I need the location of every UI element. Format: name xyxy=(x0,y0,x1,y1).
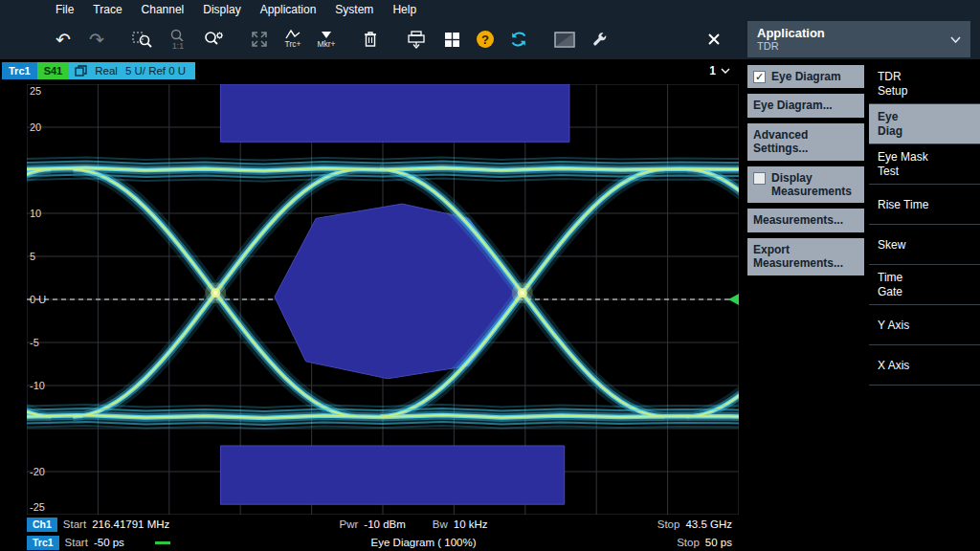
application-selector[interactable]: Application TDR xyxy=(747,21,970,57)
overlay-windows-icon xyxy=(75,65,87,77)
softkey-tdr-setup[interactable]: TDRSetup xyxy=(869,64,980,104)
softkey-label: Eye Mask xyxy=(878,150,971,164)
setup-button[interactable] xyxy=(585,23,615,55)
zoom-reset-button[interactable]: 1:1 xyxy=(163,23,193,55)
checkbox-unchecked-icon[interactable] xyxy=(753,172,766,185)
panel-button-advanced-settings[interactable]: Advanced Settings... xyxy=(747,123,864,161)
screen-icon xyxy=(554,32,575,48)
panel-button-label: Export Measurements... xyxy=(753,243,858,271)
close-button[interactable] xyxy=(700,25,728,54)
softkey-label: Diag xyxy=(878,124,971,138)
panel-button-export-measurements[interactable]: Export Measurements... xyxy=(747,238,864,276)
add-trace-label: Trc+ xyxy=(285,40,301,49)
softkey-label: Skew xyxy=(878,238,971,252)
add-marker-label: Mkr+ xyxy=(317,40,335,49)
redo-button[interactable]: ↷ xyxy=(81,23,112,55)
trace-badge[interactable]: Trc1 xyxy=(2,62,37,79)
vna-application-window: FileTraceChannelDisplayApplicationSystem… xyxy=(0,0,980,551)
menu-trace[interactable]: Trace xyxy=(83,0,131,19)
menu-application[interactable]: Application xyxy=(251,0,326,19)
trace-status-bar: Trc1 Start -50 ps Eye Diagram ( 100%) St… xyxy=(0,534,742,551)
diagram-column: Trc1 S41 Real 5 U/ Ref 0 U 1 25201050 U-… xyxy=(0,59,742,551)
print-button[interactable] xyxy=(399,23,434,55)
fit-scale-button[interactable] xyxy=(244,23,275,55)
menu-channel[interactable]: Channel xyxy=(132,0,194,19)
trash-icon xyxy=(363,31,378,48)
y-axis-tick-label: -10 xyxy=(30,380,45,391)
help-button[interactable]: ? xyxy=(470,23,501,55)
panel-button-label: Advanced Settings... xyxy=(753,128,858,156)
zoom-config-icon xyxy=(202,30,225,49)
y-axis-tick-label: 10 xyxy=(30,208,41,219)
panel-button-column: ✓Eye DiagramEye Diagram...Advanced Setti… xyxy=(747,59,864,551)
y-axis-tick-label: 20 xyxy=(30,121,41,133)
channel-badge[interactable]: Ch1 xyxy=(27,518,57,532)
reference-level-marker[interactable] xyxy=(728,294,739,305)
expand-arrows-icon xyxy=(250,30,269,49)
panel-button-eye-diagram[interactable]: ✓Eye Diagram xyxy=(747,65,864,88)
y-axis-tick-label: -25 xyxy=(30,501,45,513)
panel-button-label: Eye Diagram... xyxy=(753,99,833,112)
zoom-select-button[interactable] xyxy=(125,23,160,55)
y-axis-tick-label: -20 xyxy=(30,466,45,477)
softkey-eye-diag[interactable]: EyeDiag xyxy=(869,104,980,144)
panel-subtitle: TDR xyxy=(757,40,825,53)
eye-mask-bottom xyxy=(220,446,564,504)
y-axis-tick-label: 0 U xyxy=(30,294,46,305)
softkey-rise-time[interactable]: Rise Time xyxy=(869,185,980,225)
delete-button[interactable] xyxy=(355,23,386,55)
menu-help[interactable]: Help xyxy=(383,0,426,19)
panel-button-label: Measurements... xyxy=(753,213,843,227)
trace-waveform-icon xyxy=(285,30,301,39)
softkey-label: Y Axis xyxy=(878,319,971,332)
menu-display[interactable]: Display xyxy=(193,0,250,19)
add-marker-button[interactable]: Mkr+ xyxy=(311,23,342,55)
close-icon xyxy=(707,33,721,46)
menu-file[interactable]: File xyxy=(46,0,83,19)
trc-stop-value: 50 ps xyxy=(705,537,732,548)
trace-properties[interactable]: Real 5 U/ Ref 0 U xyxy=(69,62,195,79)
panel-title: Application xyxy=(757,26,825,40)
printer-icon xyxy=(407,31,426,49)
sync-button[interactable] xyxy=(503,23,534,55)
window-select-dropdown[interactable]: 1 xyxy=(705,62,734,79)
softkey-skew[interactable]: Skew xyxy=(869,225,980,265)
panel-button-eye-diagram[interactable]: Eye Diagram... xyxy=(747,94,864,117)
ch-start-label: Start xyxy=(63,518,86,530)
chevron-down-icon xyxy=(721,68,730,74)
toolbar-row: ↶ ↷ 1:1 Trc+ Mkr+ xyxy=(0,19,980,59)
undo-button[interactable]: ↶ xyxy=(48,23,78,55)
eye-diagram-plot[interactable]: 25201050 U-5-10-20-25 xyxy=(27,84,739,515)
undo-icon: ↶ xyxy=(56,31,71,48)
ch-stop-value: 43.5 GHz xyxy=(685,518,732,530)
windows-button[interactable] xyxy=(436,23,467,55)
channel-status-bar: Ch1 Start 216.41791 MHz Pwr -10 dBm Bw 1… xyxy=(0,515,742,534)
trace-color-indicator xyxy=(155,541,170,544)
checkbox-checked-icon[interactable]: ✓ xyxy=(753,71,766,83)
panel-button-label: Display Measurements xyxy=(771,171,858,199)
ch-pwr-label: Pwr xyxy=(340,518,359,530)
content-row: Trc1 S41 Real 5 U/ Ref 0 U 1 25201050 U-… xyxy=(0,59,980,551)
add-trace-button[interactable]: Trc+ xyxy=(278,23,308,55)
y-axis-tick-label: -5 xyxy=(30,337,39,348)
panel-button-display-measurements[interactable]: Display Measurements xyxy=(747,166,864,204)
display-button[interactable] xyxy=(547,23,582,55)
softkey-column: TDRSetupEyeDiagEye MaskTestRise TimeSkew… xyxy=(869,59,980,551)
diagram-area[interactable]: 25201050 U-5-10-20-25 xyxy=(0,82,742,515)
trc-stop-label: Stop xyxy=(677,537,700,548)
softkey-label: Setup xyxy=(878,84,971,98)
trc-start-label: Start xyxy=(65,537,88,548)
panel-button-measurements[interactable]: Measurements... xyxy=(747,209,864,231)
y-axis-tick-label: 25 xyxy=(30,85,41,97)
softkey-eye-mask-test[interactable]: Eye MaskTest xyxy=(869,144,980,185)
parameter-badge[interactable]: S41 xyxy=(37,62,70,79)
y-axis-tick-label: 5 xyxy=(30,251,35,262)
softkey-time-gate[interactable]: TimeGate xyxy=(869,265,980,305)
window-select-value: 1 xyxy=(709,64,716,77)
menu-system[interactable]: System xyxy=(325,0,383,19)
trace-status-badge[interactable]: Trc1 xyxy=(27,536,59,550)
softkey-x-axis[interactable]: X Axis xyxy=(869,345,980,386)
zoom-config-button[interactable] xyxy=(196,23,231,55)
softkey-y-axis[interactable]: Y Axis xyxy=(869,305,980,345)
zoom-out-icon xyxy=(169,29,187,41)
